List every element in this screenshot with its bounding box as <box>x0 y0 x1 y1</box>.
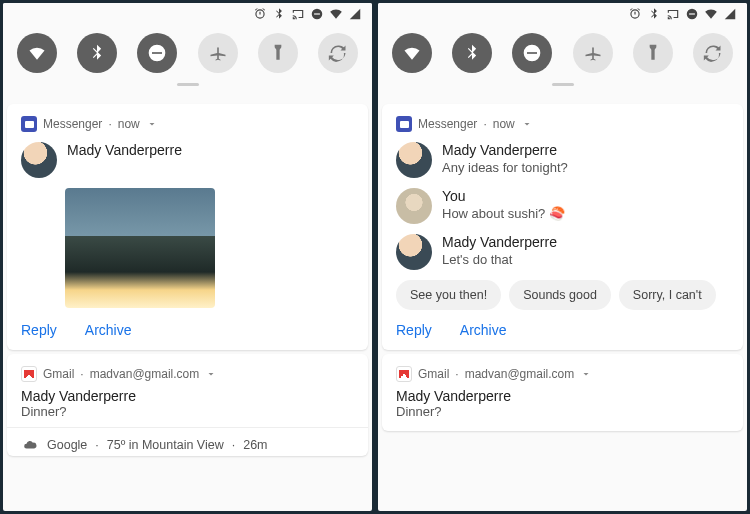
archive-button[interactable]: Archive <box>85 322 132 338</box>
smart-reply-row: See you then! Sounds good Sorry, I can't <box>396 280 729 310</box>
gmail-account: madvan@gmail.com <box>90 367 200 381</box>
status-bar <box>378 3 747 25</box>
message-text: Any ideas for tonight? <box>442 160 568 175</box>
messenger-app-icon <box>21 116 37 132</box>
message-text: How about sushi? 🍣 <box>442 206 565 221</box>
gmail-notification[interactable]: Gmail · madvan@gmail.com Mady Vanderperr… <box>7 354 368 456</box>
phone-left: Messenger · now Mady Vanderperre Reply A… <box>3 3 372 511</box>
bluetooth-status-icon <box>647 7 661 21</box>
svg-rect-3 <box>152 52 162 54</box>
wifi-status-icon <box>704 7 718 21</box>
svg-rect-7 <box>527 52 537 54</box>
dnd-tile[interactable] <box>512 33 552 73</box>
qs-drag-handle[interactable] <box>552 83 574 86</box>
app-name: Messenger <box>418 117 477 131</box>
dnd-status-icon <box>310 7 324 21</box>
svg-rect-5 <box>689 13 695 14</box>
message-text: Let's do that <box>442 252 557 267</box>
gmail-app-icon <box>21 366 37 382</box>
avatar <box>396 234 432 270</box>
reply-button[interactable]: Reply <box>21 322 57 338</box>
smart-reply-chip[interactable]: See you then! <box>396 280 501 310</box>
smart-reply-chip[interactable]: Sounds good <box>509 280 611 310</box>
email-subject: Dinner? <box>396 404 729 419</box>
sender-name: Mady Vanderperre <box>67 142 182 158</box>
flashlight-tile[interactable] <box>258 33 298 73</box>
gmail-notification[interactable]: Gmail · madvan@gmail.com Mady Vanderperr… <box>382 354 743 431</box>
cast-status-icon <box>666 7 680 21</box>
chevron-down-icon[interactable] <box>146 118 158 130</box>
email-subject: Dinner? <box>21 404 354 419</box>
messenger-notification[interactable]: Messenger · now Mady Vanderperre Reply A… <box>7 104 368 350</box>
wifi-tile[interactable] <box>392 33 432 73</box>
sender-name: Mady Vanderperre <box>442 142 568 158</box>
chevron-down-icon[interactable] <box>580 368 592 380</box>
sender-name: Mady Vanderperre <box>442 234 557 250</box>
rotate-tile[interactable] <box>693 33 733 73</box>
airplane-tile[interactable] <box>573 33 613 73</box>
email-sender: Mady Vanderperre <box>21 388 354 404</box>
dnd-tile[interactable] <box>137 33 177 73</box>
weather-temp-location: 75º in Mountain View <box>107 438 224 452</box>
notification-header[interactable]: Messenger · now <box>21 116 354 132</box>
chevron-down-icon[interactable] <box>521 118 533 130</box>
flashlight-tile[interactable] <box>633 33 673 73</box>
notification-time: now <box>118 117 140 131</box>
app-name: Gmail <box>418 367 449 381</box>
app-name: Messenger <box>43 117 102 131</box>
reply-button[interactable]: Reply <box>396 322 432 338</box>
cell-status-icon <box>723 7 737 21</box>
avatar <box>396 142 432 178</box>
sender-name: You <box>442 188 565 204</box>
email-sender: Mady Vanderperre <box>396 388 729 404</box>
quick-settings <box>378 25 747 100</box>
status-bar <box>3 3 372 25</box>
phone-right: Messenger · now Mady Vanderperre Any ide… <box>378 3 747 511</box>
weather-provider: Google <box>47 438 87 452</box>
weather-age: 26m <box>243 438 267 452</box>
chevron-down-icon[interactable] <box>205 368 217 380</box>
notification-time: now <box>493 117 515 131</box>
wifi-tile[interactable] <box>17 33 57 73</box>
bluetooth-status-icon <box>272 7 286 21</box>
alarm-icon <box>628 7 642 21</box>
cell-status-icon <box>348 7 362 21</box>
notification-header[interactable]: Gmail · madvan@gmail.com <box>21 366 354 382</box>
messenger-notification[interactable]: Messenger · now Mady Vanderperre Any ide… <box>382 104 743 350</box>
gmail-account: madvan@gmail.com <box>465 367 575 381</box>
image-attachment[interactable] <box>65 188 215 308</box>
bluetooth-tile[interactable] <box>452 33 492 73</box>
avatar <box>396 188 432 224</box>
quick-settings <box>3 25 372 100</box>
rotate-tile[interactable] <box>318 33 358 73</box>
alarm-icon <box>253 7 267 21</box>
cloud-icon <box>21 438 39 452</box>
archive-button[interactable]: Archive <box>460 322 507 338</box>
gmail-app-icon <box>396 366 412 382</box>
svg-rect-1 <box>314 13 320 14</box>
app-name: Gmail <box>43 367 74 381</box>
notification-header[interactable]: Messenger · now <box>396 116 729 132</box>
cast-status-icon <box>291 7 305 21</box>
notification-header[interactable]: Gmail · madvan@gmail.com <box>396 366 729 382</box>
bluetooth-tile[interactable] <box>77 33 117 73</box>
dnd-status-icon <box>685 7 699 21</box>
smart-reply-chip[interactable]: Sorry, I can't <box>619 280 716 310</box>
messenger-app-icon <box>396 116 412 132</box>
qs-drag-handle[interactable] <box>177 83 199 86</box>
avatar <box>21 142 57 178</box>
airplane-tile[interactable] <box>198 33 238 73</box>
weather-footer[interactable]: Google · 75º in Mountain View · 26m <box>7 427 368 454</box>
wifi-status-icon <box>329 7 343 21</box>
